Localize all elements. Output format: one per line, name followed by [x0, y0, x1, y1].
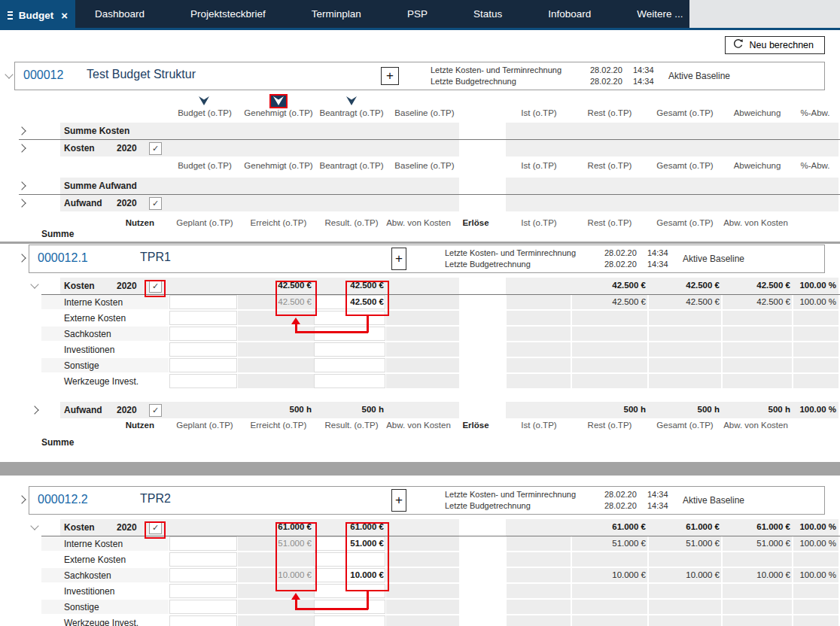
cell-abweichung — [723, 552, 792, 567]
assign-down-filter-icon[interactable] — [195, 94, 213, 108]
add-button[interactable]: + — [391, 489, 406, 512]
nutzen-header-row: Nutzen Geplant (o.TP) Erreicht (o.TP) Re… — [0, 217, 840, 223]
chevron-right-icon[interactable] — [17, 495, 26, 503]
last-cost-calc-date: 28.02.20 — [604, 490, 637, 499]
value-genehmigt: 10.000 € — [242, 570, 312, 579]
cell-budget[interactable] — [169, 615, 237, 626]
col-abw-von-kosten: Abw. von Kosten — [714, 218, 798, 227]
col-abw-von-kosten: Abw. von Kosten — [714, 421, 798, 430]
last-cost-calc-label: Letzte Kosten- und Terminrechnung — [445, 490, 576, 499]
cell-rest — [572, 600, 647, 614]
tab-budget-label: Budget — [19, 10, 54, 21]
table-row: Sonstige — [0, 358, 840, 374]
tab-budget[interactable]: Budget × — [0, 0, 75, 30]
table-row: Externe Kosten — [0, 311, 840, 327]
row-kosten-2020: Kosten 2020 ✓ 42.500 € 42.500 € 42.500 €… — [0, 278, 840, 294]
recalculate-button[interactable]: Neu berechnen — [725, 36, 825, 54]
value-beantragt[interactable]: 10.000 € — [315, 570, 384, 579]
value-genehmigt: 42.500 € — [242, 281, 312, 290]
cell-genehmigt — [238, 615, 314, 626]
chevron-right-icon[interactable] — [17, 254, 26, 262]
checkbox-checked[interactable]: ✓ — [149, 280, 162, 293]
menu-icon[interactable] — [8, 11, 13, 20]
tab-dashboard[interactable]: Dashboard — [95, 8, 145, 20]
cost-category-label: Externe Kosten — [64, 555, 126, 565]
chevron-down-icon[interactable] — [5, 70, 13, 78]
row-band — [506, 140, 838, 156]
cell-beantragt[interactable] — [314, 327, 385, 341]
column-header-row: Budget (o.TP) Genehmigt (o.TP) Beantragt… — [0, 156, 840, 173]
assign-down-filter-icon[interactable] — [342, 94, 361, 108]
cell-beantragt[interactable] — [314, 615, 385, 626]
row-year: 2020 — [117, 281, 137, 291]
cell-budget[interactable] — [169, 600, 237, 614]
checkbox-checked[interactable]: ✓ — [149, 197, 162, 210]
cell-budget[interactable] — [169, 342, 237, 357]
cell-budget[interactable] — [169, 374, 237, 388]
tab-weitere[interactable]: Weitere ... — [637, 8, 683, 20]
tab-status[interactable]: Status — [473, 8, 502, 20]
cell-budget[interactable] — [169, 568, 237, 582]
value-beantragt[interactable]: 42.500 € — [315, 297, 384, 306]
value-abweichung: 10.000 € — [723, 570, 790, 579]
cell-beantragt[interactable] — [314, 584, 385, 598]
last-cost-calc-date: 28.02.20 — [590, 65, 622, 74]
cell-beantragt[interactable] — [314, 358, 385, 372]
cell-rest — [572, 358, 647, 372]
value-beantragt: 500 h — [315, 405, 384, 414]
col-gesamt: Gesamt (o.TP) — [649, 421, 721, 430]
last-cost-calc-time: 14:34 — [633, 65, 654, 74]
value-beantragt[interactable]: 51.000 € — [315, 539, 384, 548]
cell-budget[interactable] — [169, 584, 237, 598]
nutzen-label: Nutzen — [72, 421, 154, 430]
value-beantragt: 42.500 € — [315, 281, 384, 290]
cell-beantragt[interactable] — [314, 311, 385, 325]
cell-beantragt[interactable] — [314, 374, 385, 388]
chevron-right-icon[interactable] — [30, 406, 38, 414]
subproject-id: 000012.1 — [38, 251, 88, 265]
row-kosten-2020: Kosten 2020 ✓ 61.000 € 61.000 € 61.000 €… — [0, 519, 840, 536]
cell-ist — [507, 358, 571, 372]
cell-beantragt[interactable] — [314, 342, 385, 357]
add-button[interactable]: + — [381, 67, 399, 85]
col-genehmigt: Genehmigt (o.TP) — [242, 161, 315, 170]
col-budget: Budget (o.TP) — [169, 161, 240, 170]
cell-beantragt[interactable] — [314, 552, 385, 567]
chevron-down-icon[interactable] — [30, 521, 38, 530]
chevron-right-icon[interactable] — [17, 199, 26, 207]
cell-ist — [507, 615, 571, 626]
cell-gesamt — [649, 342, 721, 357]
close-icon[interactable]: × — [61, 10, 68, 21]
checkbox-checked[interactable]: ✓ — [149, 404, 162, 417]
cell-budget[interactable] — [169, 327, 237, 341]
chevron-right-icon[interactable] — [17, 144, 26, 152]
checkbox-checked[interactable]: ✓ — [149, 142, 162, 155]
chevron-down-icon[interactable] — [30, 280, 38, 288]
checkbox-checked[interactable]: ✓ — [149, 521, 162, 534]
tab-infoboard[interactable]: Infoboard — [548, 8, 591, 20]
tab-projektsteckbrief[interactable]: Projektsteckbrief — [190, 8, 266, 20]
tab-psp[interactable]: PSP — [407, 8, 428, 20]
row-band — [506, 195, 838, 211]
table-row: Sachkosten 10.000 € 10.000 € 10.000 € 10… — [0, 568, 840, 584]
cell-baseline — [386, 584, 459, 598]
assign-down-filter-icon-selected[interactable] — [269, 94, 288, 108]
add-button[interactable]: + — [391, 248, 406, 270]
table-row: Sonstige — [0, 600, 840, 615]
value-rest: 51.000 € — [572, 539, 646, 548]
subproject-id: 000012.2 — [38, 493, 88, 506]
cell-budget[interactable] — [169, 311, 237, 325]
cell-gesamt — [649, 374, 721, 388]
tab-terminplan[interactable]: Terminplan — [312, 8, 361, 20]
cell-abweichung — [723, 358, 792, 372]
chevron-right-icon[interactable] — [17, 181, 26, 190]
col-rest: Rest (o.TP) — [572, 161, 647, 170]
cell-budget[interactable] — [169, 536, 237, 551]
last-budget-calc-label: Letzte Budgetrechnung — [445, 501, 531, 510]
cell-baseline — [386, 342, 459, 357]
cell-budget[interactable] — [169, 552, 237, 567]
cell-budget[interactable] — [169, 295, 237, 309]
chevron-right-icon[interactable] — [17, 126, 26, 135]
cell-budget[interactable] — [169, 358, 237, 372]
cell-beantragt[interactable] — [314, 600, 385, 614]
